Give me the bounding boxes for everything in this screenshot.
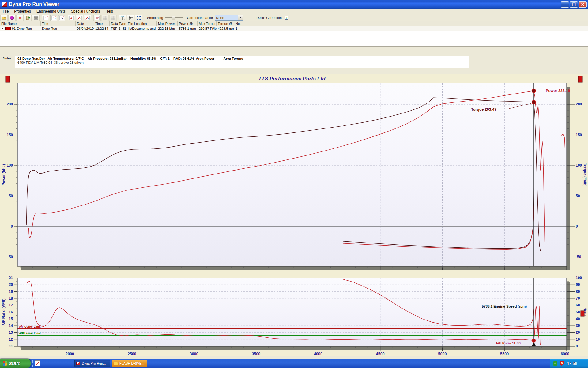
svg-text:20: 20 (9, 282, 13, 287)
grid-a-button[interactable] (101, 15, 109, 21)
svg-text:200: 200 (576, 102, 582, 106)
svg-text:5000: 5000 (438, 352, 447, 356)
minimize-button[interactable]: _ (561, 1, 569, 8)
taskbar: start Dyna Pro Run... FLASH DRIVE... ⏏ ✕… (0, 359, 588, 368)
menu-file[interactable]: File (0, 9, 11, 14)
system-tray: ⏏ ✕ 18:56 (550, 359, 588, 368)
smoothing-slider[interactable] (165, 17, 183, 18)
afr-limit-label: A/F Lower Limit (19, 332, 41, 335)
menu-help[interactable]: Help (103, 9, 116, 14)
svg-text:50: 50 (576, 194, 580, 198)
exit-button[interactable] (24, 15, 32, 21)
close-button[interactable]: ✕ (579, 1, 587, 8)
quick-launch-dyno-icon[interactable] (35, 360, 40, 366)
chart-panel: TTS Performance Parts LtdA/F Upper Limit… (0, 74, 588, 356)
delete-run-button[interactable]: ✕ (16, 15, 24, 21)
svg-text:2↓: 2↓ (87, 17, 90, 20)
file-list-row[interactable]: ✓91-Dyno RunDyno Run06/04/201912:22:54FS… (0, 26, 588, 31)
folder-icon (114, 362, 118, 365)
graph-power-2-button[interactable]: 2 (76, 15, 83, 21)
table-cell: H:\Documents and S... (126, 27, 157, 30)
svg-text:4000: 4000 (314, 352, 322, 356)
dyno-charts[interactable]: TTS Performance Parts LtdA/F Upper Limit… (0, 74, 588, 356)
axis-scale-button[interactable] (127, 15, 134, 21)
open-file-button[interactable] (0, 15, 8, 21)
cursor-value-dot (532, 100, 536, 104)
column-header[interactable]: Date (76, 21, 94, 26)
smoothing-slider-thumb[interactable] (172, 16, 175, 20)
svg-text:40: 40 (576, 317, 580, 321)
toolbar: i ✕ 1 1↓ 2 2↓ 123 Smoothing Correction F… (0, 14, 588, 21)
column-header[interactable]: No. (234, 21, 243, 26)
notes-view-button[interactable] (93, 15, 101, 21)
svg-text:4500: 4500 (376, 352, 385, 356)
svg-text:200: 200 (7, 102, 13, 106)
power-axis-title: Power (bhp) (2, 164, 6, 185)
column-header[interactable]: Data Type (110, 21, 126, 26)
table-cell: 210.87 Ft/lb (198, 27, 217, 30)
cursor-afr-dot (532, 339, 535, 342)
run-visible-checkbox[interactable]: ✓ (1, 27, 4, 30)
dropdown-arrow-icon[interactable]: ▼ (238, 15, 243, 20)
svg-text:1↓: 1↓ (62, 17, 64, 20)
svg-text:150: 150 (576, 133, 582, 137)
grid-b-button[interactable] (109, 15, 117, 21)
svg-text:-50: -50 (576, 255, 581, 259)
graph-torque-1-button[interactable]: 1↓ (58, 15, 65, 21)
svg-text:70: 70 (576, 296, 580, 301)
column-header[interactable]: File Location (126, 21, 157, 26)
correction-factor-select[interactable]: None ▼ (215, 15, 243, 21)
print-button[interactable] (32, 15, 40, 21)
torque-axis-title: Torque (Ft/lb) (583, 163, 587, 186)
notes-box[interactable]: 91-Dyno Run.Dpr Air Temperature: 9.7°C A… (15, 56, 469, 68)
svg-text:18: 18 (9, 296, 13, 301)
cursor-values-button[interactable]: 123 (119, 15, 126, 21)
svg-text:50: 50 (9, 194, 13, 198)
svg-text:100: 100 (7, 163, 13, 167)
afr-annotation: A/F Ratio 11.83 (496, 341, 521, 345)
taskbar-clock: 18:56 (567, 361, 577, 366)
restore-button[interactable]: ❐ (570, 1, 578, 8)
zoom-extents-button[interactable] (135, 15, 142, 21)
svg-text:0: 0 (576, 224, 578, 228)
menu-properties[interactable]: Properties (11, 9, 34, 14)
start-button[interactable]: start (0, 359, 31, 368)
graph-overlay-button[interactable] (42, 15, 49, 21)
graph-power-1-button[interactable]: 1 (50, 15, 57, 21)
trace-color-swatch[interactable] (5, 27, 11, 30)
chart-handle-left (6, 76, 10, 82)
column-header[interactable]: Torque @ (217, 21, 234, 26)
djhp-correction-label: DJHP Correction (257, 16, 282, 20)
info-button[interactable]: i (8, 15, 16, 21)
djhp-correction-checkbox[interactable]: ✓ (285, 16, 288, 20)
security-alert-icon[interactable]: ✕ (560, 361, 564, 366)
column-header[interactable] (243, 21, 254, 26)
cursor-value-dot (532, 89, 536, 93)
column-header[interactable]: Max Torque (198, 21, 217, 26)
svg-text:i: i (12, 16, 13, 19)
safely-remove-hardware-icon[interactable]: ⏏ (553, 361, 557, 366)
column-header[interactable]: File Name (0, 21, 41, 26)
column-header[interactable]: Power @ (178, 21, 198, 26)
menu-special-functions[interactable]: Special Functions (68, 9, 103, 14)
graph-torque-2-button[interactable]: 2↓ (84, 15, 91, 21)
taskbar-button-flash-drive[interactable]: FLASH DRIVE... (112, 360, 147, 367)
column-header[interactable]: Max Power (157, 21, 178, 26)
svg-text:5500: 5500 (500, 352, 509, 356)
svg-text:2500: 2500 (128, 352, 136, 356)
engine-speed-annotation: 5736.1 Engine Speed (rpm) (482, 305, 527, 308)
svg-text:13: 13 (9, 330, 13, 335)
window-title: Dyna Pro Run Viewer (9, 2, 59, 7)
taskbar-button-dyna-pro[interactable]: Dyna Pro Run... (74, 360, 110, 367)
column-header[interactable]: Title (41, 21, 76, 26)
column-header[interactable]: Time (94, 21, 110, 26)
title-bar: Dyna Pro Run Viewer _ ❐ ✕ (0, 0, 588, 9)
svg-text:30: 30 (576, 324, 580, 328)
svg-text:6000: 6000 (561, 352, 569, 356)
menu-bar: FilePropertiesEngineering UnitsSpecial F… (0, 9, 588, 14)
dyna-pro-app-icon (76, 362, 80, 365)
afr-limit-label: A/F Upper Limit (19, 325, 41, 328)
menu-engineering-units[interactable]: Engineering Units (34, 9, 68, 14)
graph-compare-button[interactable] (68, 15, 75, 21)
svg-text:19: 19 (9, 289, 13, 294)
